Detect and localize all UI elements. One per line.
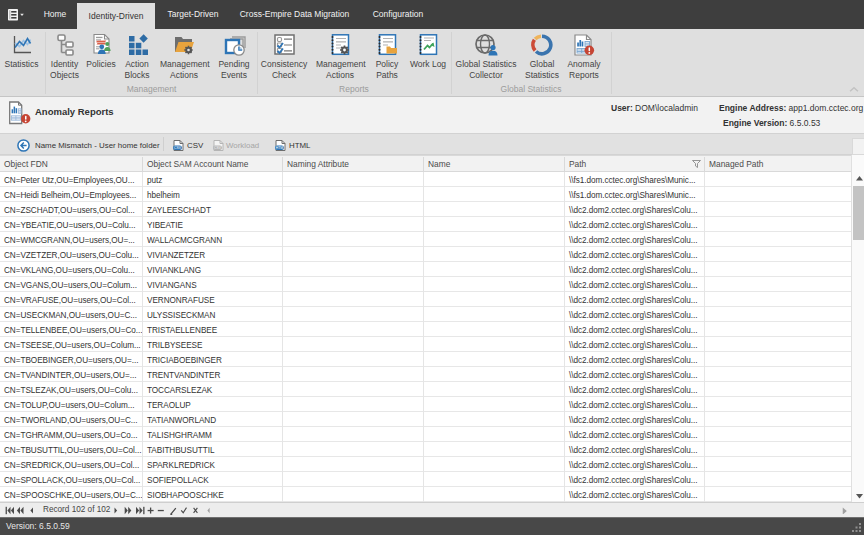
svg-text:HTM: HTM	[276, 146, 284, 150]
svg-text:CSV: CSV	[214, 146, 222, 150]
svg-text:CSV: CSV	[174, 146, 182, 150]
